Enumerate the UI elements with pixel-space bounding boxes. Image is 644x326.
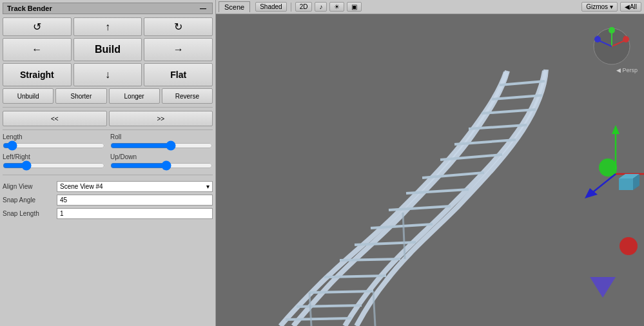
reverse-button[interactable]: Reverse <box>162 88 213 104</box>
row-build: ← Build → <box>3 38 213 61</box>
align-view-dropdown[interactable]: Scene View #4 ▾ <box>57 181 213 192</box>
row-modify: Unbuild Shorter Longer Reverse <box>3 88 213 104</box>
viewport-content: x y z ◀ Persp <box>216 14 644 326</box>
build-button[interactable]: Build <box>73 38 142 61</box>
scene-tab[interactable]: Scene <box>219 1 250 12</box>
updown-label: Up/Down <box>110 153 213 160</box>
flat-button[interactable]: Flat <box>144 63 213 86</box>
image-icon: ▣ <box>351 3 357 10</box>
snap-angle-input[interactable] <box>57 195 213 206</box>
audio-icon-button[interactable]: ♪ <box>315 2 327 12</box>
render-icon: ☀ <box>334 3 340 10</box>
snap-angle-row: Snap Angle <box>3 195 213 206</box>
gizmos-button[interactable]: Gizmos ▾ <box>581 2 618 12</box>
row-straight-flat: Straight ↓ Flat <box>3 63 213 86</box>
align-view-value: Scene View #4 <box>60 183 103 190</box>
roll-slider-group: Roll <box>110 133 213 151</box>
all-button[interactable]: ◀All <box>620 2 641 12</box>
down-icon: ↓ <box>105 69 110 81</box>
divider-1 <box>3 107 213 108</box>
scene-gizmo: x y z <box>592 27 631 66</box>
roll-label: Roll <box>110 133 213 140</box>
longer-button[interactable]: Longer <box>109 88 160 104</box>
shorter-button[interactable]: Shorter <box>55 88 106 104</box>
sliders-length-roll: Length Roll <box>3 133 213 151</box>
left-button[interactable]: ← <box>3 38 72 61</box>
viewport-toolbar: Scene Shaded 2D ♪ ☀ ▣ Gizmos ▾ ◀All <box>216 0 644 14</box>
roll-slider[interactable] <box>110 141 213 150</box>
updown-slider-group: Up/Down <box>110 153 213 171</box>
shaded-button[interactable]: Shaded <box>255 2 286 12</box>
svg-line-1 <box>286 318 351 320</box>
track-bender-panel: Track Bender — ↺ ↑ ↻ ← Build → <box>0 0 216 326</box>
rotate-right-button[interactable]: ↻ <box>144 17 213 36</box>
settings-section: Align View Scene View #4 ▾ Snap Angle Sn… <box>3 178 213 219</box>
unbuild-button[interactable]: Unbuild <box>3 88 54 104</box>
viewport-panel: Scene Shaded 2D ♪ ☀ ▣ Gizmos ▾ ◀All <box>216 0 644 326</box>
rotate-left-icon: ↺ <box>33 21 41 33</box>
snap-length-row: Snap Length <box>3 208 213 219</box>
vp-separator-1 <box>291 3 291 12</box>
panel-title-label: Track Bender <box>7 5 52 12</box>
align-view-chevron-icon: ▾ <box>206 183 210 190</box>
2d-button[interactable]: 2D <box>295 2 313 12</box>
row-nav: << >> <box>3 111 213 126</box>
image-icon-button[interactable]: ▣ <box>347 2 362 12</box>
svg-rect-29 <box>619 178 633 190</box>
length-slider-group: Length <box>3 133 105 151</box>
snap-length-label: Snap Length <box>3 210 54 217</box>
snap-angle-label: Snap Angle <box>3 197 54 204</box>
leftright-slider-group: Left/Right <box>3 153 105 171</box>
down-button[interactable]: ↓ <box>73 63 142 86</box>
svg-line-3 <box>309 291 373 292</box>
audio-icon: ♪ <box>319 3 322 10</box>
row-rotation-top: ↺ ↑ ↻ <box>3 17 213 36</box>
svg-line-2 <box>297 305 362 307</box>
straight-button[interactable]: Straight <box>3 63 72 86</box>
sliders-lr-ud: Left/Right Up/Down <box>3 153 213 171</box>
up-icon: ↑ <box>105 21 110 33</box>
align-view-row: Align View Scene View #4 ▾ <box>3 181 213 192</box>
next-button[interactable]: >> <box>109 111 213 126</box>
svg-line-4 <box>324 276 386 277</box>
svg-rect-0 <box>216 14 644 326</box>
svg-point-26 <box>599 158 617 177</box>
align-view-label: Align View <box>3 183 54 190</box>
rotate-right-icon: ↻ <box>174 21 182 33</box>
gizmo-svg: x y z <box>592 27 631 66</box>
divider-3 <box>3 175 213 175</box>
panel-title-bar: Track Bender — <box>3 3 213 14</box>
svg-point-27 <box>620 237 638 255</box>
snap-length-input[interactable] <box>57 208 213 219</box>
svg-line-5 <box>340 259 400 260</box>
right-button[interactable]: → <box>144 38 213 61</box>
svg-text:z: z <box>596 34 599 39</box>
scene-3d-view <box>216 14 644 326</box>
persp-label: ◀ Persp <box>616 67 638 73</box>
svg-text:x: x <box>623 34 626 39</box>
render-icon-button[interactable]: ☀ <box>329 2 344 12</box>
panel-minimize-btn[interactable]: — <box>198 5 208 12</box>
length-label: Length <box>3 133 105 140</box>
prev-button[interactable]: << <box>3 111 107 126</box>
left-icon: ← <box>32 44 42 55</box>
right-icon: → <box>173 44 184 55</box>
length-slider[interactable] <box>3 141 105 150</box>
leftright-slider[interactable] <box>3 161 105 170</box>
updown-slider[interactable] <box>110 161 213 170</box>
rotate-left-button[interactable]: ↺ <box>3 17 72 36</box>
leftright-label: Left/Right <box>3 153 105 160</box>
divider-2 <box>3 129 213 130</box>
up-button[interactable]: ↑ <box>73 17 142 36</box>
